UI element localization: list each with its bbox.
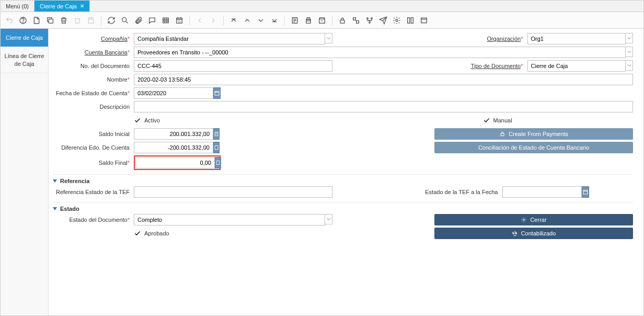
check-icon <box>483 117 490 124</box>
attachment-icon[interactable] <box>133 15 144 26</box>
export-icon[interactable] <box>418 15 430 26</box>
svg-rect-26 <box>583 190 588 195</box>
label-tipo-documento: Tipo de Documento <box>471 63 521 69</box>
close-icon[interactable]: ✕ <box>80 3 84 9</box>
collapse-triangle-icon <box>53 207 57 210</box>
detail-record-icon[interactable] <box>255 15 267 26</box>
copy-icon[interactable] <box>44 15 56 26</box>
estado-tef-fecha-input[interactable] <box>502 186 582 198</box>
left-navigation: Cierre de Caja Línea de Cierre de Caja <box>1 29 49 315</box>
save-icon[interactable] <box>85 15 97 26</box>
label-ref-tef: Referencia Estado de la TEF <box>56 189 130 195</box>
activo-checkbox[interactable]: Activo <box>134 117 332 124</box>
cuenta-bancaria-select[interactable] <box>134 47 626 58</box>
section-referencia[interactable]: Referencia <box>53 174 633 186</box>
sidebar-item-label: Línea de Cierre de Caja <box>5 53 44 66</box>
grid-toggle-icon[interactable] <box>160 15 171 26</box>
manual-checkbox[interactable]: Manual <box>483 117 634 124</box>
svg-rect-19 <box>411 17 413 23</box>
svg-point-17 <box>396 19 398 21</box>
tipo-documento-select[interactable] <box>527 60 626 72</box>
calendar-icon[interactable]: 31 <box>174 15 185 26</box>
ref-tef-input[interactable] <box>134 186 332 198</box>
form-area: Compañía* Organización* Cuenta Bancaria* <box>49 29 643 315</box>
parent-record-icon[interactable] <box>242 15 253 26</box>
undo-icon[interactable] <box>4 15 15 26</box>
gear-icon[interactable] <box>391 15 402 26</box>
cerrar-button[interactable]: Cerrar <box>434 214 633 225</box>
create-from-payments-button[interactable]: Create From Payments <box>434 128 633 140</box>
button-label: Contabilizado <box>521 230 556 236</box>
conciliacion-button[interactable]: Conciliación de Estado de Cuenta Bancari… <box>434 142 633 153</box>
label-no-documento: No. del Documento <box>80 63 130 69</box>
no-documento-input[interactable] <box>134 60 332 72</box>
refresh-icon[interactable] <box>106 15 117 26</box>
next-icon[interactable] <box>208 15 219 26</box>
new-icon[interactable] <box>31 15 42 26</box>
fecha-estado-input[interactable] <box>134 87 213 99</box>
section-estado[interactable]: Estado <box>53 202 633 214</box>
saldo-inicial-input[interactable] <box>134 128 213 140</box>
calculator-icon[interactable] <box>213 142 220 153</box>
first-parent-icon[interactable] <box>228 15 239 26</box>
organizacion-select[interactable] <box>527 33 626 44</box>
tab-menu[interactable]: Menú (0) <box>1 1 34 12</box>
archive-icon[interactable] <box>316 15 328 26</box>
last-detail-icon[interactable] <box>269 15 280 26</box>
svg-rect-4 <box>163 18 169 22</box>
report-icon[interactable] <box>289 15 301 26</box>
button-label: Conciliación de Estado de Cuenta Bancari… <box>478 144 589 151</box>
dropdown-icon[interactable] <box>626 33 633 43</box>
chat-icon[interactable] <box>146 15 158 26</box>
label-nombre: Nombre <box>107 76 128 83</box>
print-icon[interactable] <box>303 15 314 26</box>
nombre-input[interactable] <box>134 74 633 85</box>
svg-point-15 <box>371 17 373 19</box>
product-info-icon[interactable] <box>405 15 416 26</box>
compania-select[interactable] <box>134 33 325 44</box>
svg-point-27 <box>523 219 525 221</box>
saldo-final-highlight <box>134 155 221 170</box>
request-icon[interactable] <box>377 15 389 26</box>
svg-rect-23 <box>501 133 504 136</box>
search-icon[interactable] <box>119 15 131 26</box>
svg-rect-11 <box>340 20 344 23</box>
sidebar-item-cierre-caja[interactable]: Cierre de Caja <box>1 29 48 47</box>
estado-doc-select[interactable] <box>134 214 325 225</box>
tab-cierre-caja[interactable]: Cierre de Caja ✕ <box>34 1 90 12</box>
delete-icon[interactable] <box>58 15 70 26</box>
zoom-across-icon[interactable] <box>350 15 362 26</box>
svg-rect-13 <box>356 20 359 23</box>
svg-rect-9 <box>307 17 309 19</box>
lock-icon[interactable] <box>337 15 348 26</box>
label-compania: Compañía <box>101 36 128 42</box>
sidebar-item-linea-cierre[interactable]: Línea de Cierre de Caja <box>1 47 48 73</box>
contabilizado-button[interactable]: Contabilizado <box>434 228 633 239</box>
button-label: Cerrar <box>530 217 546 223</box>
svg-rect-24 <box>215 145 218 150</box>
svg-rect-12 <box>353 17 356 20</box>
workflow-icon[interactable] <box>364 15 375 26</box>
delete-selection-icon[interactable] <box>72 15 83 26</box>
dropdown-icon[interactable] <box>626 47 633 57</box>
svg-point-16 <box>369 21 371 23</box>
dropdown-icon[interactable] <box>626 60 633 71</box>
aprobado-checkbox[interactable]: Aprobado <box>134 230 332 237</box>
section-title: Estado <box>60 206 79 212</box>
manual-label: Manual <box>493 117 512 123</box>
dif-edo-input[interactable] <box>134 142 213 153</box>
descripcion-input[interactable] <box>134 101 633 112</box>
prev-icon[interactable] <box>194 15 205 26</box>
help-icon[interactable] <box>17 15 29 26</box>
label-saldo-final: Saldo Final <box>99 160 128 166</box>
dropdown-icon[interactable] <box>325 214 332 224</box>
svg-rect-18 <box>408 17 410 23</box>
label-fecha-estado: Fecha de Estado de Cuenta <box>56 90 128 96</box>
saldo-final-input[interactable] <box>135 157 215 168</box>
calculator-icon[interactable] <box>215 157 221 168</box>
calendar-picker-icon[interactable] <box>213 87 221 99</box>
calendar-picker-icon[interactable] <box>582 186 589 198</box>
calculator-icon[interactable] <box>213 128 220 140</box>
sidebar-item-label: Cierre de Caja <box>6 35 43 41</box>
dropdown-icon[interactable] <box>325 33 332 43</box>
